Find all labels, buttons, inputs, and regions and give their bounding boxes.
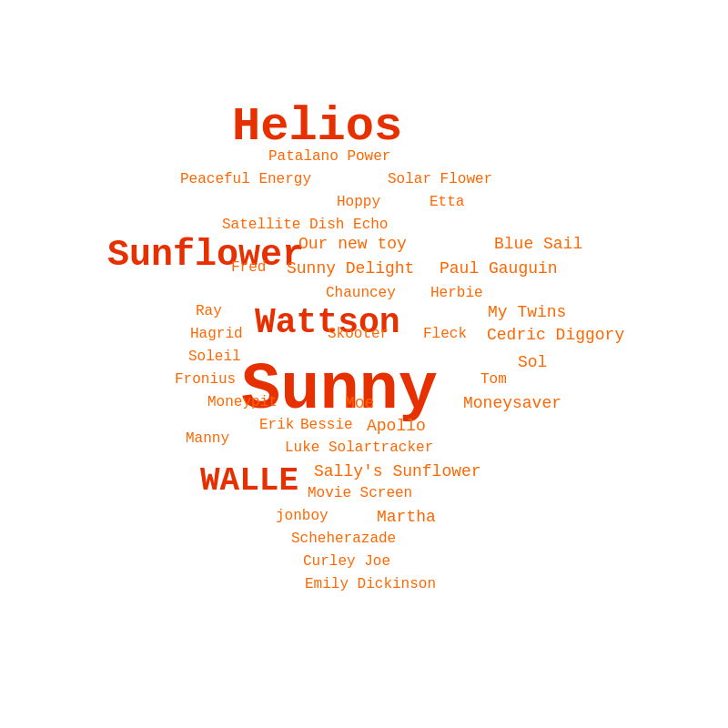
fleck: Fleck bbox=[423, 326, 467, 342]
solar-flower: Solar Flower bbox=[388, 171, 492, 187]
word-cloud: HeliosPatalano PowerPeaceful EnergySolar… bbox=[0, 0, 728, 728]
sallys-sunflower: Sally's Sunflower bbox=[314, 462, 481, 480]
ray: Ray bbox=[196, 303, 222, 319]
chauncey: Chauncey bbox=[326, 285, 396, 301]
apollo: Apollo bbox=[367, 417, 426, 435]
sunflower: Sunflower bbox=[107, 235, 304, 276]
manny: Manny bbox=[186, 430, 229, 447]
skooter: Skooter bbox=[328, 326, 389, 342]
sol: Sol bbox=[518, 353, 547, 371]
peaceful-energy: Peaceful Energy bbox=[180, 171, 311, 187]
walle: WALLE bbox=[200, 462, 298, 500]
patalano-power: Patalano Power bbox=[268, 148, 390, 165]
blue-sail: Blue Sail bbox=[494, 235, 582, 253]
bessie: Bessie bbox=[300, 417, 353, 433]
hagrid: Hagrid bbox=[190, 326, 243, 342]
fred: Fred bbox=[231, 259, 266, 276]
helios: Helios bbox=[232, 100, 402, 154]
fronius: Fronius bbox=[175, 371, 236, 388]
tom: Tom bbox=[480, 371, 507, 388]
etta: Etta bbox=[430, 194, 464, 210]
soleil: Soleil bbox=[188, 349, 241, 365]
herbie: Herbie bbox=[430, 285, 483, 301]
paul-gauguin: Paul Gauguin bbox=[440, 259, 558, 278]
jonboy: jonboy bbox=[276, 508, 329, 524]
moneysaver: Moneysaver bbox=[463, 394, 561, 412]
cedric-diggory: Cedric Diggory bbox=[487, 326, 624, 344]
curley-joe: Curley Joe bbox=[303, 553, 390, 570]
moe: Moe bbox=[345, 394, 374, 412]
hoppy: Hoppy bbox=[337, 194, 380, 210]
emily-dickinson: Emily Dickinson bbox=[305, 576, 436, 592]
erik: Erik bbox=[259, 417, 294, 433]
my-twins: My Twins bbox=[488, 303, 566, 321]
satellite-dish-echo: Satellite Dish Echo bbox=[222, 217, 388, 233]
sunny-delight: Sunny Delight bbox=[287, 259, 414, 278]
scheherazade: Scheherazade bbox=[291, 531, 396, 547]
moneypit: Moneypit bbox=[207, 394, 278, 410]
our-new-toy: Our new toy bbox=[298, 235, 407, 253]
movie-screen: Movie Screen bbox=[308, 485, 412, 501]
luke-solartracker: Luke Solartracker bbox=[285, 440, 433, 456]
martha: Martha bbox=[377, 508, 436, 526]
